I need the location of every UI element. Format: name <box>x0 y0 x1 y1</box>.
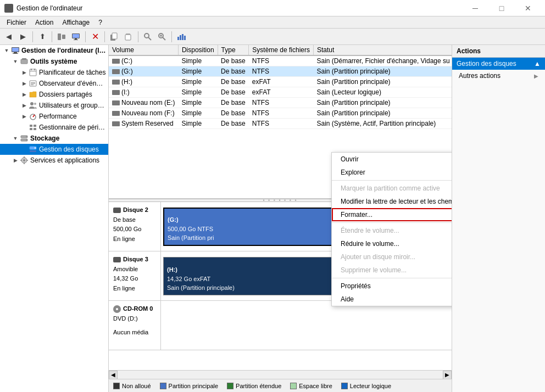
svg-rect-56 <box>20 160 22 161</box>
svg-rect-2 <box>6 11 12 12</box>
tree-planif-label: Planificateur de tâches <box>39 69 105 76</box>
svg-rect-36 <box>31 85 34 85</box>
expander-disk <box>20 145 29 154</box>
delete-button[interactable]: ✕ <box>88 30 102 43</box>
chart-button[interactable] <box>175 30 188 43</box>
menu-fichier[interactable]: Fichier <box>2 18 31 27</box>
cell-type: De base <box>218 66 249 77</box>
cell-disposition: Simple <box>178 55 218 66</box>
copy-button[interactable] <box>108 30 121 43</box>
forward-button[interactable]: ▶ <box>16 30 30 43</box>
cell-fs: NTFS <box>249 119 314 129</box>
toolbar-sep-2 <box>52 31 52 42</box>
ctx-reduire[interactable]: Réduire le volume... <box>332 237 452 250</box>
col-type[interactable]: Type <box>218 45 249 55</box>
ctx-formater[interactable]: Formater... <box>332 208 452 221</box>
show-hide-button[interactable] <box>55 30 68 43</box>
svg-point-13 <box>144 33 149 38</box>
actions-section-arrow-up: ▲ <box>534 60 541 68</box>
tree-item-dossiers[interactable]: ▶ Dossiers partagés <box>0 89 108 100</box>
minimize-button[interactable]: ─ <box>463 0 488 16</box>
paste-button[interactable] <box>122 30 135 43</box>
scroll-right-btn[interactable]: ▶ <box>443 371 452 379</box>
zoom-button[interactable] <box>155 30 169 43</box>
scroll-track[interactable] <box>118 371 443 379</box>
svg-rect-4 <box>62 35 65 39</box>
table-row[interactable]: (H:)SimpleDe baseexFATSain (Partition pr… <box>109 77 452 87</box>
tree-item-diskmanager[interactable]: Gestion des disques <box>0 144 108 155</box>
disk2-size: 500,00 Go <box>113 225 156 234</box>
cell-statut: Sain (Partition principale) <box>314 66 452 77</box>
table-row[interactable]: (I:)SimpleDe baseexFATSain (Lecteur logi… <box>109 87 452 98</box>
tree-obs-label: Observateur d'événeme <box>39 80 106 87</box>
cell-volume: Nouveau nom (F:) <box>109 108 178 119</box>
svg-rect-24 <box>14 52 17 53</box>
legend-primary: Partition principale <box>160 383 219 389</box>
tree-item-devmgr[interactable]: Gestionnaire de périphé <box>0 122 108 133</box>
table-row[interactable]: Nouveau nom (E:)SimpleDe baseNTFSSain (P… <box>109 98 452 108</box>
ctx-aide[interactable]: Aide <box>332 293 452 306</box>
table-row[interactable]: System ReservedSimpleDe baseNTFSSain (Sy… <box>109 119 452 129</box>
tree-item-planif[interactable]: ▶ Planificateur de tâches <box>0 67 108 78</box>
tree-item-outils[interactable]: ▼ Outils système <box>0 56 108 67</box>
ctx-supprimer: Supprimer le volume... <box>332 264 452 277</box>
col-fs[interactable]: Système de fichiers <box>249 45 314 55</box>
legend-swatch-logical <box>341 383 348 389</box>
svg-point-48 <box>26 139 27 141</box>
menu-help[interactable]: ? <box>94 18 107 27</box>
cell-disposition: Simple <box>178 108 218 119</box>
tree-item-perf[interactable]: ▶ Performance <box>0 111 108 122</box>
disk3-type: Amovible <box>113 265 156 275</box>
actions-autres[interactable]: Autres actions ▶ <box>452 70 545 82</box>
cell-type: De base <box>218 55 249 66</box>
monitor-button[interactable] <box>69 30 82 43</box>
maximize-button[interactable]: □ <box>489 0 514 16</box>
tree-item-stockage[interactable]: ▼ Stockage <box>0 133 108 144</box>
tree-item-users[interactable]: ▶ Utilisateurs et groupes l <box>0 100 108 111</box>
col-statut[interactable]: Statut <box>314 45 452 55</box>
svg-point-38 <box>34 103 36 105</box>
tree-doss-label: Dossiers partagés <box>39 91 92 98</box>
ctx-explorer[interactable]: Explorer <box>332 166 452 179</box>
scroll-left-btn[interactable]: ◀ <box>109 371 118 379</box>
expander-users: ▶ <box>20 101 29 110</box>
right-panel: Volume Disposition Type Système de fichi… <box>109 45 452 392</box>
svg-rect-0 <box>5 5 13 10</box>
expander-outils: ▼ <box>11 57 20 66</box>
tree-item-observateur[interactable]: ▶ Observateur d'événeme <box>0 78 108 89</box>
cell-fs: exFAT <box>249 87 314 98</box>
menu-action[interactable]: Action <box>31 18 58 27</box>
col-disposition[interactable]: Disposition <box>178 45 218 55</box>
up-button[interactable]: ⬆ <box>36 30 49 43</box>
ctx-modifier-lettre[interactable]: Modifier la lettre de lecteur et les che… <box>332 195 452 208</box>
legend-swatch-free <box>290 383 297 389</box>
table-row[interactable]: Nouveau nom (F:)SimpleDe baseNTFSSain (P… <box>109 108 452 119</box>
app-icon <box>4 4 13 13</box>
disk3-status: En ligne <box>113 284 156 294</box>
legend-label-free: Espace libre <box>299 383 332 389</box>
col-volume[interactable]: Volume <box>109 45 178 55</box>
back-button[interactable]: ◀ <box>2 30 15 43</box>
svg-point-53 <box>23 159 25 161</box>
ctx-ouvrir[interactable]: Ouvrir <box>332 153 452 166</box>
scheduler-icon <box>29 68 37 77</box>
table-row[interactable]: (G:)SimpleDe baseNTFSSain (Partition pri… <box>109 66 452 77</box>
tree-item-services[interactable]: ▶ Services et applications <box>0 155 108 166</box>
tree-item-root[interactable]: ▼ Gestion de l'ordinateur (local) <box>0 45 108 56</box>
table-row[interactable]: (C:)SimpleDe baseNTFSSain (Démarrer, Fic… <box>109 55 452 66</box>
svg-line-14 <box>148 37 151 40</box>
ctx-sep-1 <box>332 180 452 181</box>
tree-diskman-label: Gestion des disques <box>39 145 99 153</box>
toolbar-sep-6 <box>171 31 172 42</box>
bottom-scrollbar[interactable]: ◀ ▶ <box>109 370 452 379</box>
ctx-proprietes[interactable]: Propriétés <box>332 279 452 293</box>
disk2-type: De base <box>113 215 156 225</box>
menu-affichage[interactable]: Affichage <box>58 18 94 27</box>
search-button[interactable] <box>141 30 154 43</box>
svg-rect-19 <box>177 37 179 40</box>
cell-type: De base <box>218 98 249 108</box>
close-button[interactable]: ✕ <box>515 0 541 16</box>
disk3-size: 14,32 Go <box>113 274 156 284</box>
actions-section-diskmanager[interactable]: Gestion des disques ▲ <box>452 58 545 70</box>
titlebar-left: Gestion de l'ordinateur <box>4 4 82 13</box>
